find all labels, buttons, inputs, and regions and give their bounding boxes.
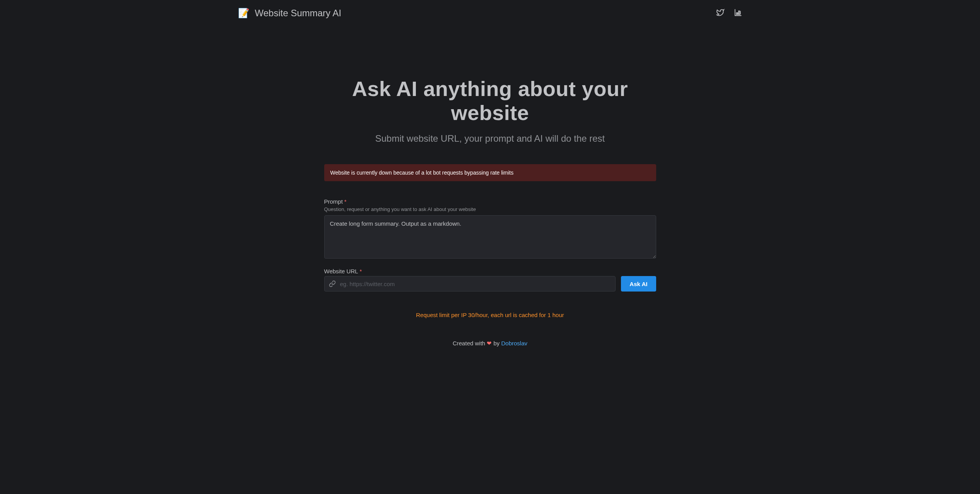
alert-banner: Website is currently down because of a l… <box>324 164 656 181</box>
page-title: Ask AI anything about your website <box>324 77 656 125</box>
prompt-required-mark: * <box>344 198 347 205</box>
prompt-label: Prompt <box>324 198 343 205</box>
svg-rect-1 <box>738 11 739 14</box>
alert-message: Website is currently down because of a l… <box>330 170 514 176</box>
url-required-mark: * <box>360 268 362 274</box>
app-title: Website Summary AI <box>255 8 342 19</box>
url-input[interactable] <box>324 276 616 292</box>
rate-limit-text: Request limit per IP 30/hour, each url i… <box>324 312 656 318</box>
url-label: Website URL <box>324 268 358 274</box>
footer-by: by <box>492 340 501 346</box>
logo-area[interactable]: 📝 Website Summary AI <box>238 8 342 19</box>
ask-ai-button[interactable]: Ask AI <box>621 276 656 292</box>
logo-icon: 📝 <box>238 8 250 19</box>
author-link[interactable]: Dobroslav <box>501 340 528 346</box>
twitter-icon[interactable] <box>716 8 725 18</box>
chart-icon[interactable] <box>734 8 742 18</box>
link-icon <box>329 280 336 287</box>
footer-prefix: Created with <box>453 340 487 346</box>
heart-icon: ❤ <box>487 340 492 346</box>
page-subtitle: Submit website URL, your prompt and AI w… <box>324 133 656 144</box>
prompt-textarea[interactable] <box>324 215 656 259</box>
prompt-help-text: Question, request or anything you want t… <box>324 206 656 212</box>
footer: Created with ❤ by Dobroslav <box>324 340 656 362</box>
